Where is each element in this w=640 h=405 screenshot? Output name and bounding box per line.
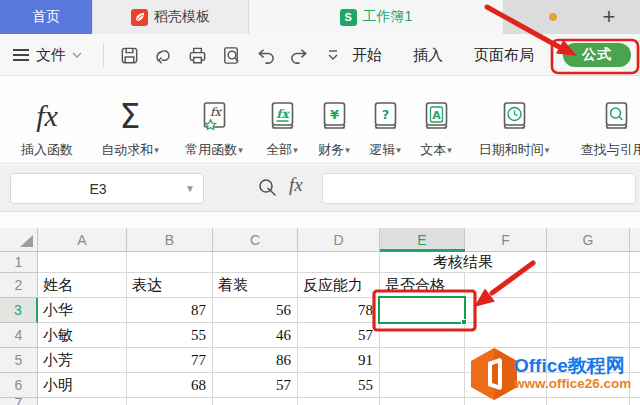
tab-insert[interactable]: 插入 [413, 46, 443, 65]
column-header-D[interactable]: D [298, 228, 380, 252]
cell-partial[interactable] [630, 298, 640, 323]
fill-handle[interactable] [461, 319, 467, 325]
cell-D1[interactable] [298, 252, 380, 273]
formula-bar-gap [0, 213, 640, 228]
print-icon[interactable] [186, 44, 208, 66]
cell-A7[interactable] [38, 398, 127, 405]
ribbon-button-label: 插入函数 [21, 135, 73, 159]
merged-title-cell[interactable]: 考核结果 [380, 252, 547, 273]
cell-partial[interactable] [630, 273, 640, 298]
cell-C5[interactable]: 86 [213, 348, 298, 373]
cell-A1[interactable] [38, 252, 127, 273]
print-preview-icon[interactable] [220, 44, 242, 66]
cell-B5[interactable]: 77 [127, 348, 213, 373]
column-header-A[interactable]: A [38, 228, 127, 252]
cell-F2[interactable] [465, 273, 547, 298]
cell-A2[interactable]: 姓名 [38, 273, 127, 298]
row-header-2[interactable]: 2 [0, 273, 38, 298]
more-commands-icon[interactable] [322, 44, 344, 66]
cell-D2[interactable]: 反应能力 [298, 273, 380, 298]
new-document-button[interactable]: + [594, 2, 624, 32]
ribbon-button-fx[interactable]: fx 插入函数 [6, 77, 88, 163]
cell-E7[interactable] [380, 398, 465, 405]
cell-D3[interactable]: 78 [298, 298, 380, 323]
cell-C1[interactable] [213, 252, 298, 273]
cell-G1[interactable] [547, 252, 630, 273]
tab-docer-templates[interactable]: 稻壳模板 [93, 0, 248, 34]
redo-icon[interactable] [288, 44, 310, 66]
select-all-corner[interactable] [0, 228, 38, 252]
formula-input[interactable] [322, 173, 636, 204]
ribbon-button-label: 文本▾ [420, 135, 452, 159]
ribbon-button-book-q[interactable]: ? 逻辑▾ [360, 77, 410, 163]
cell-E4[interactable] [380, 323, 465, 348]
tab-start[interactable]: 开始 [352, 46, 382, 65]
ribbon-button-book-clock[interactable]: 日期和时间▾ [462, 77, 566, 163]
cell-D4[interactable]: 57 [298, 323, 380, 348]
chevron-down-icon [72, 52, 82, 58]
cell-B7[interactable] [127, 398, 213, 405]
cell-C2[interactable]: 着装 [213, 273, 298, 298]
cell-partial[interactable] [630, 323, 640, 348]
cell-E6[interactable] [380, 373, 465, 398]
save-icon[interactable] [118, 44, 140, 66]
fx-icon: fx [36, 77, 58, 135]
svg-text:A: A [432, 109, 441, 122]
column-header-B[interactable]: B [127, 228, 213, 252]
file-menu[interactable]: 文件 [12, 34, 82, 76]
cell-C7[interactable] [213, 398, 298, 405]
cell-C3[interactable]: 56 [213, 298, 298, 323]
row-header-3[interactable]: 3 [0, 298, 38, 323]
cell-D6[interactable]: 55 [298, 373, 380, 398]
cell-B6[interactable]: 68 [127, 373, 213, 398]
cell-G4[interactable] [547, 323, 630, 348]
cell-A4[interactable]: 小敏 [38, 323, 127, 348]
ribbon-button-label: 查找与引用▾ [581, 135, 640, 159]
column-header-partial[interactable] [630, 228, 640, 252]
cell-F3[interactable] [465, 298, 547, 323]
row-header-5[interactable]: 5 [0, 348, 38, 373]
ribbon-button-book-mag[interactable]: 查找与引用▾ [566, 77, 640, 163]
cell-F4[interactable] [465, 323, 547, 348]
row-header-7[interactable]: 7 [0, 398, 38, 405]
cell-E2[interactable]: 是否合格 [380, 273, 465, 298]
row-header-4[interactable]: 4 [0, 323, 38, 348]
cell-A5[interactable]: 小芳 [38, 348, 127, 373]
cell-A3[interactable]: 小华 [38, 298, 127, 323]
column-header-F[interactable]: F [465, 228, 547, 252]
ribbon-button-book-a[interactable]: A 文本▾ [410, 77, 462, 163]
ribbon-button-book-yen[interactable]: ¥ 财务▾ [308, 77, 360, 163]
row-header-1[interactable]: 1 [0, 252, 38, 273]
svg-text:fx: fx [276, 107, 290, 121]
cell-C4[interactable]: 46 [213, 323, 298, 348]
cell-E5[interactable] [380, 348, 465, 373]
cell-B3[interactable]: 87 [127, 298, 213, 323]
cell-G3[interactable] [547, 298, 630, 323]
undo-icon[interactable] [254, 44, 276, 66]
cell-B1[interactable] [127, 252, 213, 273]
cell-partial[interactable] [630, 252, 640, 273]
ribbon-button-book-fx[interactable]: fx 全部▾ [256, 77, 308, 163]
tab-page-layout[interactable]: 页面布局 [474, 46, 534, 65]
name-box[interactable]: E3 ▼ [10, 173, 204, 204]
formula-search-icon[interactable] [256, 177, 279, 204]
tab-workbook1[interactable]: S 工作簿1 [249, 0, 503, 34]
ribbon-button-fx-star[interactable]: fx 常用函数▾ [172, 77, 256, 163]
cell-B2[interactable]: 表达 [127, 273, 213, 298]
column-header-C[interactable]: C [213, 228, 298, 252]
tab-home[interactable]: 首页 [0, 0, 92, 34]
toolbar-divider [103, 43, 104, 67]
column-header-G[interactable]: G [547, 228, 630, 252]
cell-A6[interactable]: 小明 [38, 373, 127, 398]
cell-D5[interactable]: 91 [298, 348, 380, 373]
ribbon-button-label: 全部▾ [266, 135, 298, 159]
cell-D7[interactable] [298, 398, 380, 405]
insert-function-icon[interactable]: fx [289, 174, 303, 196]
export-icon[interactable] [152, 44, 174, 66]
ribbon-button-sigma[interactable]: Σ 自动求和▾ [88, 77, 172, 163]
cell-C6[interactable]: 57 [213, 373, 298, 398]
cell-B4[interactable]: 55 [127, 323, 213, 348]
namebox-dropdown-icon[interactable]: ▼ [185, 183, 203, 194]
cell-G2[interactable] [547, 273, 630, 298]
tab-formulas-active[interactable]: 公式 [563, 43, 631, 67]
